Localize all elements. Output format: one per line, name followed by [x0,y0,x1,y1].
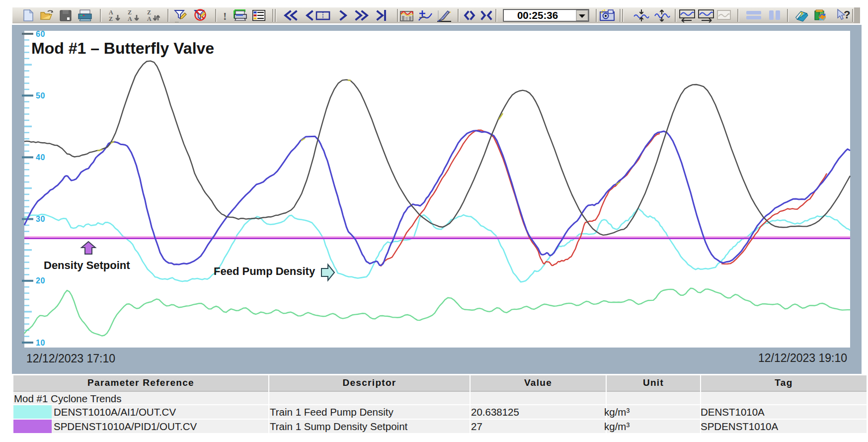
svg-text:60: 60 [36,30,45,38]
svg-text:Z: Z [147,9,151,16]
svg-text:40: 40 [36,153,45,162]
svg-text:30: 30 [36,215,45,223]
svg-text:A: A [147,15,152,22]
svg-text:Density Setpoint: Density Setpoint [44,259,130,271]
svg-text:Mod #1 – Butterfly Valve: Mod #1 – Butterfly Valve [31,39,214,57]
svg-text:Z: Z [109,15,113,22]
svg-text:A: A [128,15,132,22]
svg-text:10: 10 [36,339,45,347]
svg-text:00:25:36: 00:25:36 [517,9,558,21]
svg-text:12/12/2023 17:10: 12/12/2023 17:10 [26,352,115,365]
svg-text:50: 50 [36,91,45,100]
svg-text:20: 20 [36,276,45,285]
svg-text:Feed Pump Density: Feed Pump Density [214,265,316,277]
svg-text:Z: Z [128,9,132,16]
svg-text:A: A [109,9,113,16]
svg-text:!: ! [223,10,227,22]
svg-text:...: ... [175,18,179,23]
svg-text:12/12/2023 19:10: 12/12/2023 19:10 [758,352,847,364]
svg-text:?: ? [844,8,850,21]
